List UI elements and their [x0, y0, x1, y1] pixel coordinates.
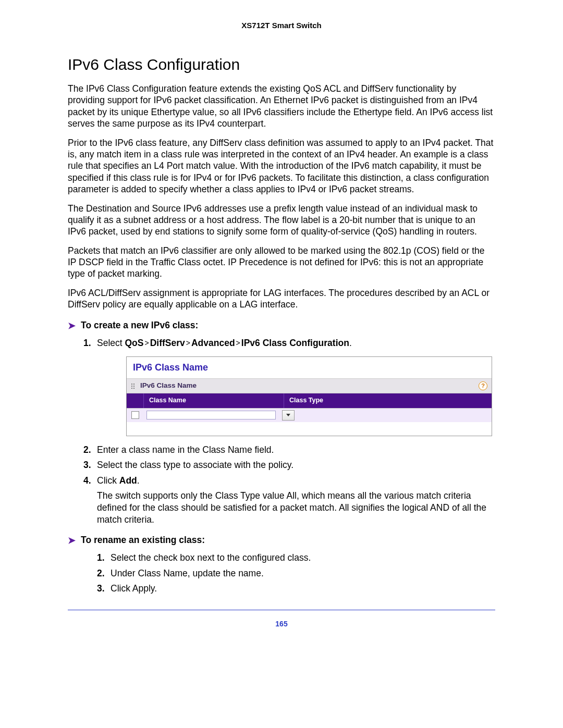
table-row	[127, 408, 492, 422]
help-icon[interactable]: ?	[479, 381, 487, 390]
page-title: IPv6 Class Configuration	[68, 56, 495, 73]
paragraph-5: IPv6 ACL/DiffServ assignment is appropri…	[68, 287, 495, 311]
ipv6-class-name-widget: IPv6 Class Name IPv6 Class Name ? Class …	[126, 356, 492, 436]
class-type-dropdown[interactable]	[282, 410, 295, 421]
create-step-3: Select the class type to associate with …	[83, 459, 495, 472]
step4-add: Add	[119, 475, 137, 486]
drag-handle-icon	[131, 383, 135, 389]
row-checkbox[interactable]	[131, 411, 139, 419]
chevron-down-icon	[286, 414, 290, 416]
bc-ipv6cc: IPv6 Class Configuration	[241, 338, 349, 348]
col-checkbox	[127, 393, 144, 408]
rename-step-1: Select the check box next to the configu…	[97, 551, 495, 564]
procedure-arrow-icon: ➤	[68, 320, 76, 331]
class-name-input[interactable]	[146, 411, 276, 419]
create-step-4-cont: The switch supports only the Class Type …	[97, 490, 495, 525]
procedure-create-heading: To create a new IPv6 class:	[81, 320, 198, 331]
paragraph-4: Packets that match an IPv6 classifier ar…	[68, 245, 495, 280]
rename-step-2: Under Class Name, update the name.	[97, 567, 495, 580]
document-header: XS712T Smart Switch	[68, 21, 495, 30]
paragraph-1: The IPv6 Class Configuration feature ext…	[68, 83, 495, 130]
step1-suffix: .	[349, 338, 352, 348]
paragraph-2: Prior to the IPv6 class feature, any Dif…	[68, 137, 495, 195]
paragraph-3: The Destination and Source IPv6 addresse…	[68, 203, 495, 238]
create-step-4: Click Add. The switch supports only the …	[83, 474, 495, 526]
col-class-name: Class Name	[144, 393, 284, 408]
table-spacer	[127, 422, 492, 436]
widget-subheader: IPv6 Class Name ?	[127, 378, 492, 393]
create-step-2: Enter a class name in the Class Name fie…	[83, 443, 495, 456]
page-number: 165	[68, 620, 495, 628]
bc-qos: QoS	[125, 338, 144, 348]
step4-prefix: Click	[97, 475, 119, 486]
step1-prefix: Select	[97, 338, 125, 348]
procedure-rename-heading: To rename an existing class:	[81, 535, 205, 546]
rename-step-3: Click Apply.	[97, 582, 495, 595]
step4-suffix: .	[137, 475, 140, 486]
table-header-row: Class Name Class Type	[127, 393, 492, 408]
bc-advanced: Advanced	[191, 338, 235, 348]
widget-title: IPv6 Class Name	[127, 357, 492, 378]
procedure-arrow-icon: ➤	[68, 535, 76, 546]
bc-diffserv: DiffServ	[150, 338, 185, 348]
footer-rule	[68, 610, 495, 610]
widget-subtitle: IPv6 Class Name	[140, 381, 197, 391]
col-class-type: Class Type	[284, 393, 492, 408]
create-step-1: Select QoS>DiffServ>Advanced>IPv6 Class …	[83, 337, 495, 436]
